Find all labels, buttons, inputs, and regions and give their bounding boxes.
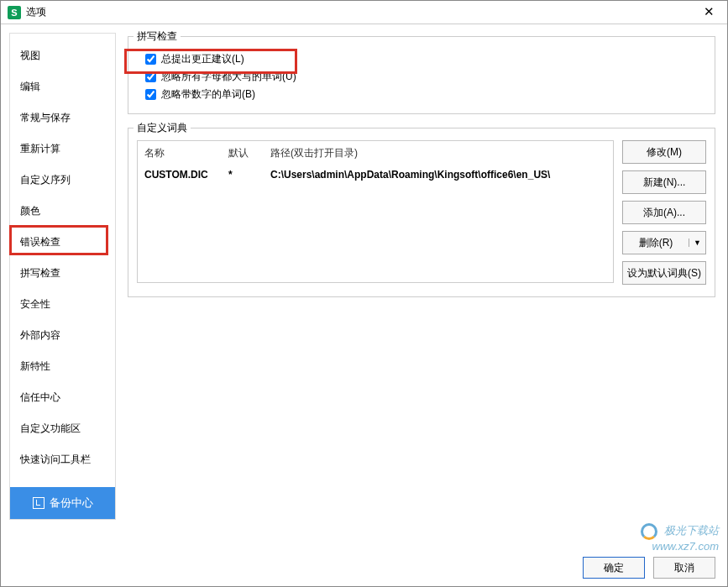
sidebar-item-newfeatures[interactable]: 新特性 (10, 351, 115, 382)
checkbox-always-suggest-label: 总提出更正建议(L) (161, 52, 244, 66)
sidebar-item-custom-ribbon[interactable]: 自定义功能区 (10, 413, 115, 444)
watermark-text2: www.xz7.com (652, 540, 719, 553)
main-panel: 拼写检查 总提出更正建议(L) 忽略所有字母都大写的单词(U) 忽略带数字的单词… (116, 24, 727, 528)
cancel-button[interactable]: 取消 (653, 557, 715, 579)
set-default-button[interactable]: 设为默认词典(S) (622, 261, 706, 285)
dict-buttons: 修改(M) 新建(N)... 添加(A)... 删除(R) ▼ 设为默认词典(S… (622, 140, 706, 285)
sidebar-item-external[interactable]: 外部内容 (10, 320, 115, 351)
checkbox-ignore-uppercase[interactable]: 忽略所有字母都大写的单词(U) (145, 70, 706, 84)
backup-label: 备份中心 (50, 495, 93, 511)
sidebar-item-security[interactable]: 安全性 (10, 289, 115, 320)
checkbox-ignore-numbers-label: 忽略带数字的单词(B) (161, 87, 255, 102)
checkbox-always-suggest-input[interactable] (145, 54, 156, 65)
new-button[interactable]: 新建(N)... (622, 170, 706, 194)
checkbox-always-suggest[interactable]: 总提出更正建议(L) (145, 52, 706, 66)
dict-table-row[interactable]: CUSTOM.DIC * C:\Users\admin\AppData\Roam… (138, 165, 613, 184)
checkbox-ignore-uppercase-input[interactable] (145, 71, 156, 82)
watermark: 极光下载站 www.xz7.com (641, 523, 719, 554)
custom-dict-legend: 自定义词典 (134, 121, 191, 135)
sidebar-item-recalc[interactable]: 重新计算 (10, 134, 115, 165)
delete-button[interactable]: 删除(R) ▼ (622, 231, 706, 254)
close-icon[interactable]: ✕ (697, 3, 720, 23)
modify-button[interactable]: 修改(M) (622, 140, 706, 164)
sidebar-item-view[interactable]: 视图 (10, 40, 115, 71)
window-title: 选项 (26, 5, 697, 19)
sidebar-item-custom-seq[interactable]: 自定义序列 (10, 165, 115, 196)
dialog-footer: 确定 取消 (1, 549, 727, 586)
checkbox-ignore-numbers-input[interactable] (145, 89, 156, 100)
backup-icon (33, 497, 45, 509)
checkbox-ignore-uppercase-label: 忽略所有字母都大写的单词(U) (161, 70, 296, 84)
ok-button[interactable]: 确定 (583, 557, 645, 579)
sidebar-item-edit[interactable]: 编辑 (10, 71, 115, 102)
col-header-name: 名称 (144, 146, 228, 160)
sidebar-item-spellcheck[interactable]: 拼写检查 (10, 258, 115, 289)
backup-center-button[interactable]: 备份中心 (10, 487, 115, 519)
sidebar-item-quick-access[interactable]: 快速访问工具栏 (10, 444, 115, 475)
dict-table-header: 名称 默认 路径(双击打开目录) (138, 141, 613, 165)
dict-table[interactable]: 名称 默认 路径(双击打开目录) CUSTOM.DIC * C:\Users\a… (137, 140, 614, 283)
watermark-text1: 极光下载站 (664, 525, 719, 537)
sidebar-item-error-check[interactable]: 错误检查 (10, 227, 115, 258)
col-header-path: 路径(双击打开目录) (270, 146, 606, 160)
cell-default: * (228, 169, 270, 181)
checkbox-ignore-numbers[interactable]: 忽略带数字的单词(B) (145, 87, 706, 102)
add-button[interactable]: 添加(A)... (622, 201, 706, 224)
spellcheck-fieldset: 拼写检查 总提出更正建议(L) 忽略所有字母都大写的单词(U) 忽略带数字的单词… (128, 36, 715, 114)
sidebar-item-trust-center[interactable]: 信任中心 (10, 382, 115, 413)
custom-dict-fieldset: 自定义词典 名称 默认 路径(双击打开目录) CUSTOM.DIC * C:\U… (128, 128, 715, 297)
cell-path: C:\Users\admin\AppData\Roaming\Kingsoft\… (270, 169, 606, 181)
sidebar-item-color[interactable]: 颜色 (10, 196, 115, 227)
spellcheck-legend: 拼写检查 (134, 29, 181, 44)
sidebar-item-general-save[interactable]: 常规与保存 (10, 102, 115, 134)
app-icon: S (8, 6, 21, 19)
col-header-default: 默认 (228, 146, 270, 160)
titlebar: S 选项 ✕ (1, 1, 727, 24)
sidebar: 视图 编辑 常规与保存 重新计算 自定义序列 颜色 错误检查 拼写检查 安全性 … (9, 33, 116, 520)
cell-name: CUSTOM.DIC (144, 169, 228, 181)
delete-button-label: 删除(R) (623, 236, 689, 250)
chevron-down-icon[interactable]: ▼ (689, 238, 705, 247)
watermark-icon (641, 523, 657, 540)
